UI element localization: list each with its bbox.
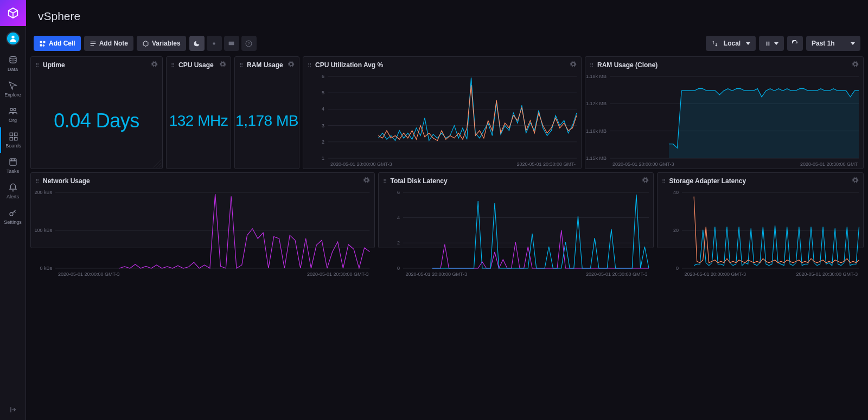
variables-button[interactable]: Variables [137,36,186,51]
svg-text:?: ? [248,41,250,45]
page-title: vSphere [38,10,80,23]
variables-label: Variables [152,40,181,47]
time-range-dropdown[interactable]: Past 1h [806,36,860,51]
panel-title: Total Disk Latency [391,177,639,185]
sun-icon [210,40,218,47]
timezone-label: Local [724,40,741,47]
resize-handle[interactable] [150,157,162,169]
panel-settings-button[interactable] [852,60,859,70]
drag-handle[interactable]: ⠿ [35,178,40,184]
ram-clone-chart: 1.15k MB1.16k MB1.17k MB1.18k MB [585,73,863,160]
nav-settings[interactable]: Settings [0,204,26,229]
panel-storage-latency: ⠿Storage Adapter Latency 02040 2020-05-0… [657,172,864,248]
nav-explore[interactable]: Explore [0,76,26,102]
x-end: 2020-05-01 20:30:00 GMT [800,161,858,167]
uptime-value: 0.04 Days [54,109,139,132]
nav-org[interactable]: Org [0,102,26,127]
nav-explore-icon [8,81,18,91]
add-cell-label: Add Cell [49,40,75,47]
drag-handle[interactable]: ⠿ [35,62,40,68]
gear-icon [151,61,158,68]
ram-usage-value: 1,178 MB [235,112,298,130]
svg-text:0 kBs: 0 kBs [40,266,52,270]
gear-icon [852,177,859,184]
panel-network: ⠿Network Usage 0 kBs100 kBs200 kBs 2020-… [30,172,375,248]
toolbar: Add Cell Add Note Variables ? Local [26,33,868,56]
x-end: 2020-05-01 20:30:00 GMT- [516,161,576,167]
drag-handle[interactable]: ⠿ [171,62,175,68]
add-cell-button[interactable]: Add Cell [34,36,81,51]
presentation-mode-button[interactable] [224,36,239,51]
cpu-usage-value: 132 MHz [169,112,228,130]
panel-settings-button[interactable] [570,60,577,70]
panel-settings-button[interactable] [852,176,859,186]
svg-point-1 [10,108,12,111]
light-mode-toggle[interactable] [207,36,222,51]
svg-rect-4 [14,133,17,135]
caret-down-icon [746,42,750,45]
nav-data[interactable]: Data [0,51,26,76]
panel-title: Network Usage [43,177,360,185]
nav-data-icon [8,55,18,65]
user-avatar[interactable] [6,31,20,46]
svg-point-8 [10,212,13,216]
panel-settings-button[interactable] [219,60,226,70]
svg-rect-5 [10,138,12,140]
nav-alerts-icon [8,183,18,192]
network-chart: 0 kBs100 kBs200 kBs [31,189,374,270]
svg-text:200 kBs: 200 kBs [34,190,52,195]
question-icon: ? [245,40,252,47]
panel-disk-latency: ⠿Total Disk Latency 0246 2020-05-01 20:0… [378,172,654,248]
add-note-label: Add Note [99,40,128,47]
nav-alerts[interactable]: Alerts [0,178,26,204]
nav-boards[interactable]: Boards [0,127,26,153]
sidebar-collapse[interactable] [0,399,25,420]
sidebar: DataExploreOrgBoardsTasksAlertsSettings [0,0,26,420]
x-end: 2020-05-01 20:30:00 GMT-3 [586,272,648,277]
nav-label: Org [9,118,17,123]
titlebar: vSphere [26,0,868,33]
panel-settings-button[interactable] [642,176,649,186]
panel-ram-usage: ⠿RAM Usage 1,178 MB [234,56,299,169]
nav-label: Tasks [7,169,19,174]
present-icon [228,40,235,47]
refresh-button[interactable] [787,36,803,51]
gear-icon [852,61,859,68]
svg-rect-3 [10,133,12,135]
timezone-dropdown[interactable]: Local [706,36,756,51]
svg-text:100 kBs: 100 kBs [34,228,52,233]
autorefresh-dropdown[interactable] [759,36,784,51]
svg-text:2: 2 [397,240,399,245]
panel-ram-clone: ⠿RAM Usage (Clone) 1.15k MB1.16k MB1.17k… [585,56,864,169]
logo[interactable] [0,0,26,26]
toolbar-right: Local Past 1h [706,36,860,51]
x-end: 2020-05-01 20:30:00 GMT-3 [307,272,369,277]
x-start: 2020-05-01 20:00:00 GMT-3 [406,272,468,277]
svg-text:0: 0 [675,266,678,270]
panel-settings-button[interactable] [363,176,370,186]
panel-settings-button[interactable] [151,60,158,70]
x-start: 2020-05-01 20:00:00 GMT-3 [58,272,120,277]
nav-label: Data [8,67,18,72]
nav-tasks[interactable]: Tasks [0,153,26,178]
drag-handle[interactable]: ⠿ [383,178,387,184]
gear-icon [363,177,370,184]
help-button[interactable]: ? [241,36,257,51]
dark-mode-toggle[interactable] [189,36,205,51]
drag-handle[interactable]: ⠿ [662,178,666,184]
swap-icon [711,40,718,47]
nav-label: Settings [4,219,22,225]
gear-icon [288,61,295,68]
panel-title: Uptime [43,61,148,69]
panel-title: CPU Usage [178,61,216,69]
drag-handle[interactable]: ⠿ [308,62,312,68]
collapse-icon [9,406,17,413]
drag-handle[interactable]: ⠿ [590,62,594,68]
svg-text:4: 4 [397,215,399,221]
svg-rect-10 [229,41,234,45]
svg-text:0: 0 [397,266,399,270]
drag-handle[interactable]: ⠿ [239,62,244,68]
panel-settings-button[interactable] [288,60,295,70]
x-start: 2020-05-01 20:00:00 GMT-3 [685,272,746,277]
add-note-button[interactable]: Add Note [84,36,133,51]
